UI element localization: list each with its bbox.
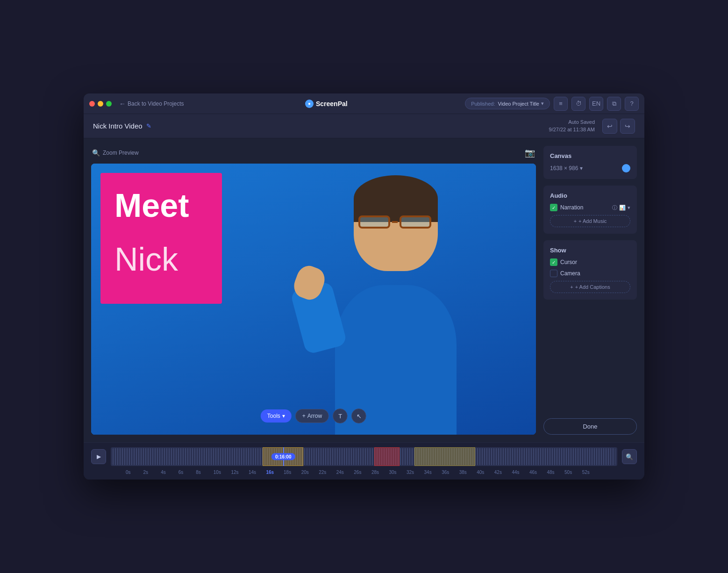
auto-saved-date: 9/27/22 at 11:38 AM [549, 126, 595, 133]
camera-checkbox[interactable] [550, 270, 557, 277]
info-icon[interactable]: ⓘ [612, 204, 617, 211]
preview-toolbar: 🔍 Zoom Preview 📷 [91, 146, 536, 160]
title-bar-center: ● ScreenPal [192, 100, 462, 108]
redo-button[interactable]: ↪ [620, 119, 635, 134]
logo-icon: ● [305, 100, 314, 108]
time-mark-20: 20s [301, 470, 319, 475]
canvas-section: Canvas 1638 × 986 ▾ [543, 146, 637, 179]
canvas-size-label: 1638 × 986 [550, 165, 578, 172]
time-mark-34: 34s [424, 470, 442, 475]
spacer [543, 306, 637, 412]
arrow-label: Arrow [307, 413, 322, 419]
time-mark-48: 48s [547, 470, 565, 475]
undo-button[interactable]: ↩ [602, 119, 617, 134]
time-mark-10: 10s [214, 470, 231, 475]
play-button[interactable]: ▶ [91, 449, 106, 464]
layers-icon-button[interactable]: ⧉ [607, 97, 621, 111]
minimize-button[interactable] [98, 101, 103, 107]
camera-show-row: Camera [550, 270, 630, 277]
text-button[interactable]: T [333, 408, 348, 423]
help-icon-button[interactable]: ? [625, 97, 639, 111]
time-mark-22: 22s [319, 470, 336, 475]
title-bar-right: Published: Video Project Title ▾ ≡ ⏱ EN … [465, 97, 639, 111]
text-icon: T [338, 413, 342, 420]
time-mark-30: 30s [389, 470, 407, 475]
add-music-label: + Add Music [578, 218, 607, 224]
add-captions-plus-icon: + [570, 284, 573, 290]
maximize-button[interactable] [106, 101, 112, 107]
cursor-tool-button[interactable]: ↖ [351, 408, 366, 423]
volume-icon[interactable]: 📊 [619, 205, 626, 211]
back-button[interactable]: ← Back to Video Projects [119, 100, 184, 107]
arrow-plus-icon: + [302, 413, 306, 419]
screenpal-logo: ● ScreenPal [305, 100, 348, 108]
traffic-lights [89, 101, 112, 107]
video-frame: Meet Nick [91, 164, 536, 435]
camera-show-label: Camera [560, 270, 580, 277]
time-mark-16: 16s [266, 470, 284, 475]
project-title: Nick Intro Video ✎ [93, 122, 151, 130]
person-silhouette [284, 164, 508, 435]
list-icon-button[interactable]: ≡ [554, 97, 568, 111]
time-mark-26: 26s [354, 470, 371, 475]
highlight-region-gold [414, 447, 475, 466]
timeline-track[interactable]: 0:16:00 [111, 447, 617, 466]
tools-button[interactable]: Tools ▾ [261, 409, 292, 423]
time-mark-38: 38s [459, 470, 477, 475]
cursor-icon: ↖ [357, 413, 362, 420]
add-captions-label: + Add Captions [575, 284, 610, 290]
time-mark-18: 18s [284, 470, 301, 475]
narration-label: Narration [560, 204, 609, 211]
waveform [111, 447, 617, 466]
time-mark-12: 12s [231, 470, 249, 475]
narration-checkbox[interactable]: ✓ [550, 204, 557, 211]
canvas-row: 1638 × 986 ▾ [550, 164, 630, 172]
time-mark-8: 8s [196, 470, 214, 475]
show-section-title: Show [550, 247, 630, 254]
language-icon-button[interactable]: EN [589, 97, 603, 111]
nick-text: Nick [114, 243, 178, 276]
canvas-size-chevron: ▾ [580, 165, 583, 172]
edit-icon[interactable]: ✎ [146, 122, 151, 129]
time-mark-52: 52s [582, 470, 600, 475]
time-mark-36: 36s [442, 470, 459, 475]
timeline-controls: ▶ 0:16:00 🔍 [91, 447, 637, 466]
right-panel: Canvas 1638 × 986 ▾ Audio ✓ Narration ⓘ [543, 146, 637, 435]
cursor-show-row: ✓ Cursor [550, 258, 630, 266]
time-mark-32: 32s [407, 470, 424, 475]
cursor-checkbox[interactable]: ✓ [550, 258, 557, 266]
publish-chevron-icon: ▾ [541, 100, 544, 107]
time-mark-4: 4s [161, 470, 178, 475]
project-title-text: Nick Intro Video [93, 122, 143, 130]
camera-capture-button[interactable]: 📷 [525, 148, 535, 158]
zoom-icon: 🔍 [92, 149, 100, 157]
publish-button[interactable]: Published: Video Project Title ▾ [465, 98, 550, 109]
play-icon: ▶ [97, 453, 101, 460]
meet-text: Meet [114, 189, 189, 222]
publish-title: Video Project Title [498, 101, 539, 107]
done-button[interactable]: Done [543, 418, 637, 435]
publish-status: Published: [471, 101, 495, 107]
app-title: ScreenPal [316, 100, 348, 107]
audio-section-title: Audio [550, 192, 630, 199]
add-music-button[interactable]: + + Add Music [550, 215, 630, 227]
canvas-section-title: Canvas [550, 152, 630, 159]
zoom-label: Zoom Preview [103, 150, 139, 156]
time-mark-24: 24s [336, 470, 354, 475]
close-button[interactable] [89, 101, 95, 107]
clock-icon-button[interactable]: ⏱ [571, 97, 585, 111]
timeline-search-button[interactable]: 🔍 [622, 449, 637, 464]
narration-row: ✓ Narration ⓘ 📊 ▾ [550, 204, 630, 211]
tools-chevron-icon: ▾ [282, 413, 285, 419]
back-label: Back to Video Projects [128, 100, 184, 107]
canvas-color-dot[interactable] [622, 164, 630, 172]
header-bar: Nick Intro Video ✎ Auto Saved 9/27/22 at… [84, 114, 644, 138]
add-captions-button[interactable]: + + Add Captions [550, 281, 630, 293]
show-section: Show ✓ Cursor Camera + + Add Captions [543, 240, 637, 300]
app-window: ← Back to Video Projects ● ScreenPal Pub… [84, 93, 644, 480]
time-mark-46: 46s [529, 470, 547, 475]
narration-chevron-icon[interactable]: ▾ [628, 205, 630, 211]
time-mark-42: 42s [494, 470, 512, 475]
time-mark-14: 14s [249, 470, 266, 475]
arrow-button[interactable]: + Arrow [295, 409, 329, 423]
